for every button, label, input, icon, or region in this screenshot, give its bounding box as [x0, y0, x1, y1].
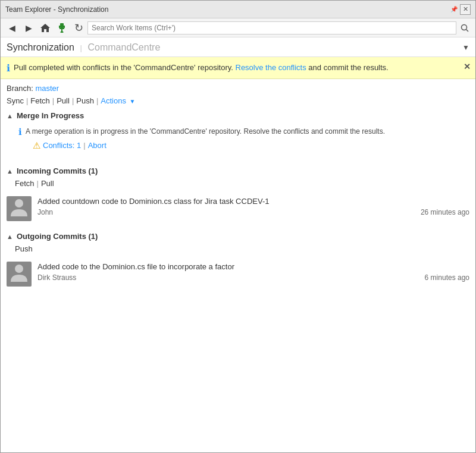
outgoing-commit-avatar [7, 262, 32, 287]
back-button[interactable]: ◀ [4, 20, 20, 36]
incoming-fetch-link[interactable]: Fetch [7, 179, 35, 188]
conflicts-row: ⚠ Conflicts: 1 | Abort [18, 140, 467, 151]
sync-link[interactable]: Sync [7, 96, 24, 105]
fetch-link[interactable]: Fetch [30, 96, 50, 105]
incoming-commits-section: ▲ Incoming Commits (1) Fetch | Pull [7, 166, 469, 225]
merge-section-title: Merge In Progress [17, 111, 84, 120]
alert-text: Pull completed with conflicts in the 'Co… [14, 62, 469, 74]
incoming-commit-message: Added countdown code to Dominion.cs clas… [37, 196, 469, 207]
outgoing-collapse-arrow[interactable]: ▲ [7, 233, 13, 240]
outgoing-section-title: Outgoing Commits (1) [17, 232, 98, 241]
page-subtitle: CommandCentre [87, 42, 160, 52]
merge-info-text: A merge operation is in progress in the … [26, 126, 385, 137]
alert-banner: ℹ Pull completed with conflicts in the '… [1, 57, 475, 79]
page-title: Synchronization [7, 42, 74, 52]
home-button[interactable] [37, 20, 53, 36]
toolbar: ◀ ▶ ↻ [1, 18, 475, 37]
conflict-warn-icon: ⚠ [33, 140, 40, 151]
incoming-section-title: Incoming Commits (1) [17, 166, 98, 175]
outgoing-commit-item: Added code to the Dominion.cs file to in… [7, 258, 469, 290]
title-bar: Team Explorer - Synchronization 📌 ✕ [1, 1, 475, 18]
alert-close-button[interactable]: ✕ [464, 62, 471, 71]
incoming-commit-item: Added countdown code to Dominion.cs clas… [7, 193, 469, 225]
search-input[interactable] [87, 21, 456, 34]
outgoing-commits-section: ▲ Outgoing Commits (1) Push Added code t… [7, 232, 469, 290]
window-title: Team Explorer - Synchronization [5, 5, 448, 14]
svg-rect-0 [60, 23, 64, 28]
actions-link[interactable]: Actions ▼ [101, 96, 135, 105]
outgoing-commit-meta: Dirk Strauss 6 minutes ago [37, 273, 469, 282]
resolve-conflicts-link[interactable]: Resolve the conflicts [236, 63, 306, 72]
title-separator: | [80, 43, 82, 52]
header-dropdown-button[interactable]: ▼ [462, 43, 469, 52]
conflicts-link[interactable]: Conflicts: 1 [43, 141, 81, 150]
svg-rect-4 [61, 29, 62, 32]
incoming-commit-info: Added countdown code to Dominion.cs clas… [37, 196, 469, 216]
forward-button[interactable]: ▶ [21, 20, 36, 36]
svg-point-9 [15, 199, 23, 207]
actions-label: Actions [101, 96, 126, 105]
incoming-pull-link[interactable]: Pull [41, 179, 54, 188]
incoming-commit-meta: John 26 minutes ago [37, 208, 469, 216]
incoming-section-header: ▲ Incoming Commits (1) [7, 166, 469, 175]
outgoing-commit-message: Added code to the Dominion.cs file to in… [37, 262, 469, 272]
alert-text-after: and commit the results. [306, 63, 389, 72]
incoming-commit-author: John [37, 208, 53, 216]
alert-text-before: Pull completed with conflicts in the 'Co… [14, 63, 236, 72]
svg-point-10 [15, 265, 23, 273]
branch-info: Branch: master [7, 84, 469, 93]
refresh-button[interactable]: ↻ [71, 20, 86, 36]
svg-rect-3 [60, 28, 64, 29]
svg-rect-1 [59, 26, 60, 28]
main-content: Branch: master Sync | Fetch | Pull | Pus… [1, 79, 475, 452]
incoming-commit-time: 26 minutes ago [421, 208, 469, 216]
incoming-avatar-icon [11, 197, 27, 220]
connect-button[interactable] [54, 20, 70, 36]
outgoing-avatar-icon [11, 263, 27, 285]
incoming-commit-avatar [7, 196, 32, 221]
svg-line-8 [466, 29, 469, 32]
merge-collapse-arrow[interactable]: ▲ [7, 112, 13, 119]
outgoing-commit-time: 6 minutes ago [425, 273, 469, 282]
outgoing-section-header: ▲ Outgoing Commits (1) [7, 232, 469, 241]
close-button[interactable]: ✕ [460, 4, 471, 15]
alert-info-icon: ℹ [7, 62, 10, 74]
svg-point-7 [462, 24, 467, 30]
merge-section-header: ▲ Merge In Progress [7, 111, 469, 120]
abort-link[interactable]: Abort [88, 141, 107, 150]
push-link[interactable]: Push [76, 96, 94, 105]
outgoing-sub-nav: Push [7, 244, 469, 253]
svg-rect-2 [64, 26, 65, 28]
incoming-sub-nav: Fetch | Pull [7, 179, 469, 188]
branch-name-link[interactable]: master [35, 84, 59, 93]
outgoing-commit-author: Dirk Strauss [37, 273, 76, 282]
merge-in-progress-section: ▲ Merge In Progress ℹ A merge operation … [7, 111, 469, 159]
pin-button[interactable]: 📌 [448, 6, 460, 12]
branch-label: Branch: [7, 84, 33, 93]
outgoing-commit-info: Added code to the Dominion.cs file to in… [37, 262, 469, 282]
outgoing-push-link[interactable]: Push [7, 244, 33, 253]
actions-dropdown-icon: ▼ [130, 98, 136, 105]
merge-info-row: ℹ A merge operation is in progress in th… [18, 126, 467, 137]
page-header: Synchronization | CommandCentre ▼ [1, 37, 475, 57]
search-button[interactable] [458, 21, 472, 35]
page-title-area: Synchronization | CommandCentre [7, 42, 160, 53]
incoming-collapse-arrow[interactable]: ▲ [7, 168, 13, 175]
merge-info-box: ℹ A merge operation is in progress in th… [7, 124, 469, 156]
pull-link[interactable]: Pull [57, 96, 70, 105]
merge-info-icon: ℹ [18, 127, 22, 137]
nav-links: Sync | Fetch | Pull | Push | Actions ▼ [7, 96, 469, 105]
title-bar-controls: ✕ [460, 4, 471, 15]
main-window: Team Explorer - Synchronization 📌 ✕ ◀ ▶ [0, 0, 476, 453]
